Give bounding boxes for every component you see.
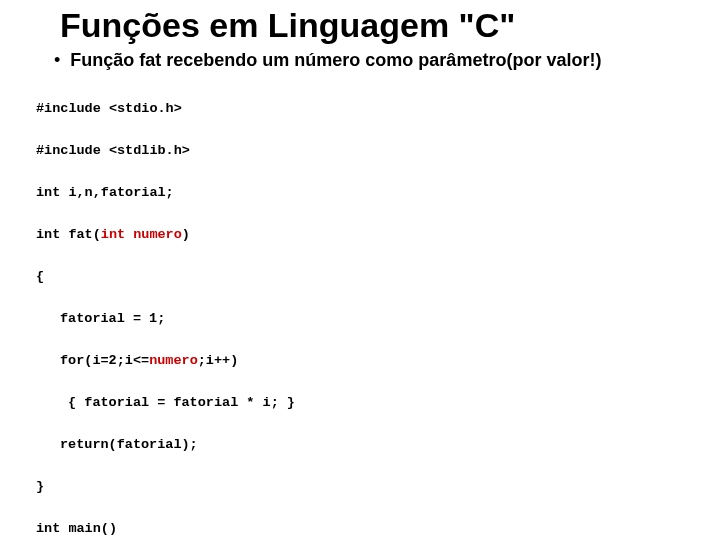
code-line: int fat(int numero) <box>36 224 692 245</box>
code-line: for(i=2;i<=numero;i++) <box>60 350 692 371</box>
code-line: int main() <box>36 518 692 539</box>
code-block: #include <stdio.h> #include <stdlib.h> i… <box>36 77 692 540</box>
code-highlight: int numero <box>101 227 182 242</box>
code-span: ;i++) <box>198 353 239 368</box>
code-line: #include <stdio.h> <box>36 98 692 119</box>
bullet-dot-icon: • <box>54 49 60 71</box>
bullet-text: Função fat recebendo um número como parâ… <box>70 49 601 71</box>
code-line: return(fatorial); <box>60 434 692 455</box>
code-highlight: numero <box>149 353 198 368</box>
code-line: int i,n,fatorial; <box>36 182 692 203</box>
code-span: ) <box>182 227 190 242</box>
code-line: { fatorial = fatorial * i; } <box>60 392 692 413</box>
slide: Funções em Linguagem "C" • Função fat re… <box>0 0 720 540</box>
bullet-item: • Função fat recebendo um número como pa… <box>54 49 692 71</box>
code-line: } <box>36 476 692 497</box>
code-line: { <box>36 266 692 287</box>
slide-title: Funções em Linguagem "C" <box>60 6 692 45</box>
code-span: for(i=2;i<= <box>60 353 149 368</box>
code-span: int fat( <box>36 227 101 242</box>
code-line: fatorial = 1; <box>60 308 692 329</box>
code-line: #include <stdlib.h> <box>36 140 692 161</box>
